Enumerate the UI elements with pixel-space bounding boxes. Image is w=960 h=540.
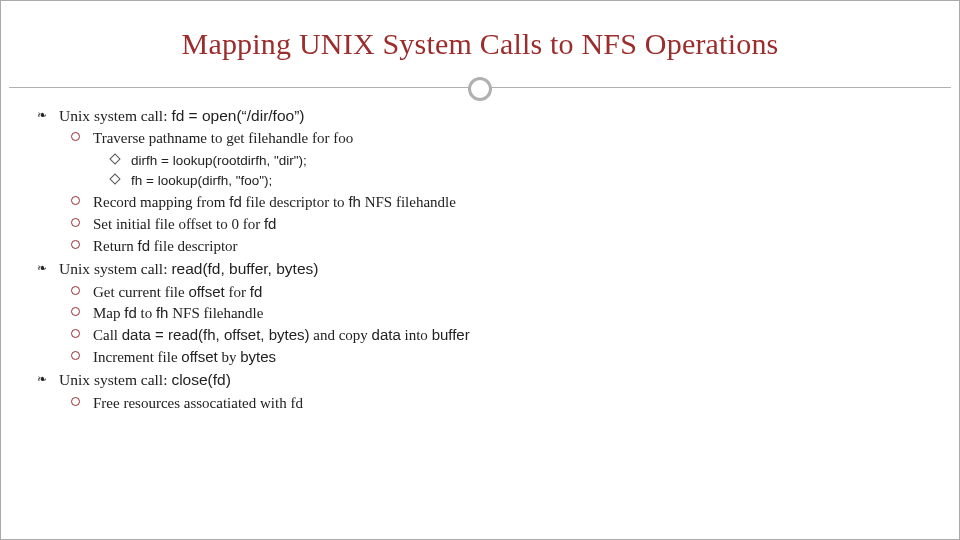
subbullet-lookup-foo: fh = lookup(dirfh, "foo"); [111,171,925,191]
bullet-text: Record mapping from fd file descriptor t… [93,194,456,210]
bullet-text: Call data = read(fh, offset, bytes) and … [93,327,470,343]
bullet-text: Map fd to fh NFS filehandle [93,305,263,321]
bullet-traverse: Traverse pathname to get filehandle for … [71,128,925,190]
bullet-map-fd: Map fd to fh NFS filehandle [71,303,925,324]
bullet-increment: Increment file offset by bytes [71,347,925,368]
bullet-text: Free resources assocatiated with fd [93,395,303,411]
bullet-call-read: Call data = read(fh, offset, bytes) and … [71,325,925,346]
title-divider [9,75,951,103]
bullet-return-fd: Return fd file descriptor [71,236,925,257]
section-code: close(fd) [171,371,230,388]
subbullet-text: fh = lookup(dirfh, "foo"); [131,173,272,188]
section-prefix: Unix system call: [59,371,171,388]
bullet-record-mapping: Record mapping from fd file descriptor t… [71,192,925,213]
section-prefix: Unix system call: [59,260,171,277]
bullet-free-resources: Free resources assocatiated with fd [71,393,925,414]
subbullet-text: dirfh = lookup(rootdirfh, "dir"); [131,153,307,168]
bullet-text: Traverse pathname to get filehandle for … [93,130,353,146]
section-open: Unix system call: fd = open(“/dir/foo”) … [37,105,925,256]
section-close: Unix system call: close(fd) Free resourc… [37,369,925,413]
bullet-text: Get current file offset for fd [93,284,262,300]
slide-body: Unix system call: fd = open(“/dir/foo”) … [9,103,951,413]
bullet-get-offset: Get current file offset for fd [71,282,925,303]
subbullet-lookup-dir: dirfh = lookup(rootdirfh, "dir"); [111,151,925,171]
bullet-text: Return fd file descriptor [93,238,238,254]
bullet-text: Set initial file offset to 0 for fd [93,216,276,232]
section-read: Unix system call: read(fd, buffer, bytes… [37,258,925,367]
bullet-text: Increment file offset by bytes [93,349,276,365]
section-prefix: Unix system call: [59,107,171,124]
section-code: fd = open(“/dir/foo”) [171,107,304,124]
bullet-set-offset: Set initial file offset to 0 for fd [71,214,925,235]
section-code: read(fd, buffer, bytes) [171,260,318,277]
slide-title: Mapping UNIX System Calls to NFS Operati… [9,9,951,75]
